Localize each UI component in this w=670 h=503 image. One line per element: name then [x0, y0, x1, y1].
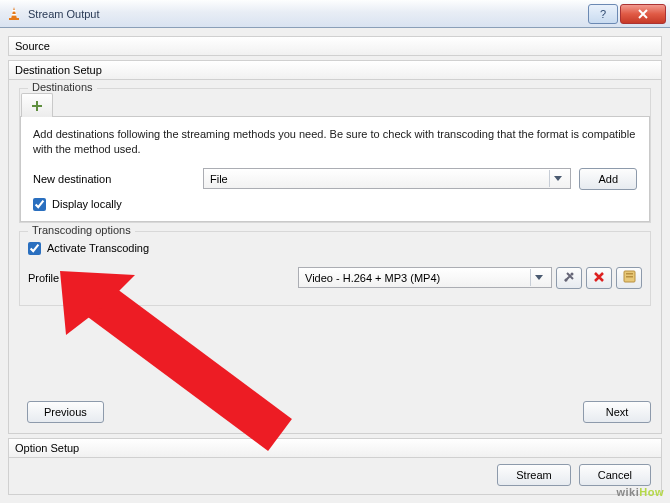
close-button[interactable]	[620, 4, 666, 24]
svg-rect-10	[626, 276, 633, 278]
section-destination-setup-title: Destination Setup	[15, 64, 102, 76]
new-destination-value: File	[210, 173, 228, 185]
svg-rect-1	[12, 10, 16, 12]
stream-button[interactable]: Stream	[497, 464, 570, 486]
vlc-cone-icon	[6, 6, 22, 22]
activate-transcoding-input[interactable]	[28, 242, 41, 255]
add-destination-tab[interactable]	[21, 93, 53, 117]
destinations-group-title: Destinations	[28, 81, 97, 93]
previous-button-label: Previous	[44, 406, 87, 418]
previous-button[interactable]: Previous	[27, 401, 104, 423]
destinations-description: Add destinations following the streaming…	[33, 127, 637, 158]
section-option-setup[interactable]: Option Setup	[8, 438, 662, 458]
new-destination-select[interactable]: File	[203, 168, 571, 189]
chevron-down-icon	[530, 269, 547, 286]
plus-icon	[30, 99, 44, 113]
svg-point-6	[565, 278, 568, 281]
display-locally-label: Display locally	[52, 198, 122, 210]
window-title: Stream Output	[28, 8, 100, 20]
display-locally-input[interactable]	[33, 198, 46, 211]
new-destination-row: New destination File Add	[33, 168, 637, 190]
svg-rect-0	[9, 18, 19, 20]
destinations-group: Destinations Add destinations following …	[19, 88, 651, 223]
destination-setup-body: Destinations Add destinations following …	[8, 80, 662, 434]
edit-profile-button[interactable]	[556, 267, 582, 289]
new-destination-label: New destination	[33, 173, 203, 185]
save-profile-icon	[623, 270, 636, 285]
add-button[interactable]: Add	[579, 168, 637, 190]
stream-button-label: Stream	[516, 469, 551, 481]
destination-tabpage: Add destinations following the streaming…	[20, 116, 650, 222]
transcoding-group-title: Transcoding options	[28, 224, 135, 236]
section-source-title: Source	[15, 40, 50, 52]
delete-icon	[593, 271, 605, 285]
titlebar: Stream Output ?	[0, 0, 670, 28]
section-destination-setup[interactable]: Destination Setup	[8, 60, 662, 80]
chevron-down-icon	[549, 170, 566, 187]
nav-row: Previous Next	[19, 395, 651, 423]
tools-icon	[562, 270, 576, 286]
delete-profile-button[interactable]	[586, 267, 612, 289]
cancel-button-label: Cancel	[598, 469, 632, 481]
profile-label: Profile	[28, 272, 198, 284]
section-source[interactable]: Source	[8, 36, 662, 56]
svg-text:?: ?	[600, 9, 606, 19]
next-button[interactable]: Next	[583, 401, 651, 423]
profile-row: Profile Video - H.264 + MP3 (MP4)	[28, 267, 642, 289]
profile-value: Video - H.264 + MP3 (MP4)	[305, 272, 440, 284]
add-button-label: Add	[598, 173, 618, 185]
help-button[interactable]: ?	[588, 4, 618, 24]
destination-tabs	[20, 89, 642, 117]
dialog-footer: Stream Cancel	[8, 458, 662, 495]
activate-transcoding-checkbox[interactable]: Activate Transcoding	[28, 242, 642, 255]
next-button-label: Next	[606, 406, 629, 418]
transcoding-group: Transcoding options Activate Transcoding…	[19, 231, 651, 306]
section-option-setup-title: Option Setup	[15, 442, 79, 454]
svg-rect-9	[626, 273, 633, 275]
activate-transcoding-label: Activate Transcoding	[47, 242, 149, 254]
svg-rect-2	[12, 14, 17, 16]
profile-select[interactable]: Video - H.264 + MP3 (MP4)	[298, 267, 552, 288]
display-locally-checkbox[interactable]: Display locally	[33, 198, 637, 211]
watermark: wikiHow	[616, 483, 664, 499]
svg-point-7	[571, 272, 574, 275]
new-profile-button[interactable]	[616, 267, 642, 289]
client-area: Source Destination Setup Destinations Ad…	[0, 28, 670, 503]
